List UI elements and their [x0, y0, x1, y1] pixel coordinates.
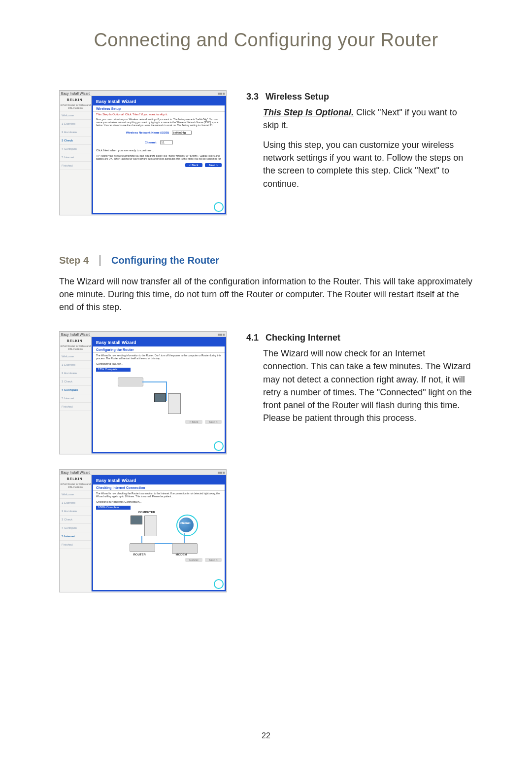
step4-body: The Wizard will now transfer all of the …	[59, 275, 473, 313]
progress-text: 100% Complete	[98, 506, 119, 509]
section-4-1: Easy Install Wizard BELKIN. 4-Port Route…	[59, 331, 473, 592]
status-text: Checking for Internet Connection...	[93, 499, 225, 505]
nav-examine: 1 Examine	[60, 120, 91, 128]
next-button[interactable]: Next >	[205, 558, 222, 562]
modem-icon	[172, 543, 198, 554]
next-button[interactable]: Next >	[205, 420, 222, 424]
window-title: Easy Install Wizard	[61, 92, 91, 95]
window-controls	[217, 333, 225, 336]
wizard-main: Easy Install Wizard Configuring the Rout…	[92, 337, 226, 453]
internet-label: Internet	[180, 521, 191, 524]
ssid-input[interactable]	[172, 131, 192, 135]
window-title: Easy Install Wizard	[61, 333, 91, 336]
nav-configure: 4 Configure	[60, 386, 91, 394]
progress-text: 17% Complete	[98, 368, 117, 371]
product-subtitle: 4-Port Router for Cable and DSL modems	[60, 345, 91, 352]
nav-finished: Finished	[60, 162, 91, 170]
wizard-header: Easy Install Wizard	[93, 477, 225, 484]
section-title: Checking Internet	[266, 333, 340, 343]
progress-bar: 100% Complete	[96, 506, 131, 510]
ssid-label: Wireless Network Name (SSID)	[126, 131, 169, 134]
section-body: Using this step, you can customize your …	[263, 138, 473, 190]
nav-internet: 5 Internet	[60, 394, 91, 403]
step4-header: Step 4 Configuring the Router	[59, 255, 473, 266]
nav-check: 3 Check	[60, 516, 91, 524]
section-3-3: Easy Install Wizard BELKIN. 4-Port Route…	[59, 90, 473, 215]
wizard-subtitle: Configuring the Router	[93, 346, 225, 353]
belkin-logo: BELKIN.	[60, 337, 91, 345]
nav-configure: 4 Configure	[60, 145, 91, 153]
optional-warning: This Step Is Optional! Click "Next" if y…	[93, 112, 225, 117]
back-button[interactable]: < Back	[185, 163, 202, 167]
router-pc-diagram	[115, 373, 203, 417]
section-number: 3.3	[246, 90, 263, 103]
wizard-sidebar: BELKIN. 4-Port Router for Cable and DSL …	[60, 475, 92, 591]
nav-finished: Finished	[60, 403, 91, 411]
pc-tower-icon	[144, 516, 157, 536]
wizard-subtitle: Checking Internet Connection	[93, 484, 225, 491]
window-controls	[217, 92, 225, 95]
next-button[interactable]: Next >	[205, 163, 222, 167]
page-title: Connecting and Configuring your Router	[59, 30, 473, 51]
wizard-header: Easy Install Wizard	[93, 98, 225, 105]
status-text: Configuring Router...	[93, 361, 225, 367]
nav-finished: Finished	[60, 541, 91, 549]
screenshot-configuring-router: Easy Install Wizard BELKIN. 4-Port Route…	[59, 331, 227, 454]
wizard-sidebar: BELKIN. 4-Port Router for Cable and DSL …	[60, 96, 92, 214]
nav-welcome: Welcome	[60, 490, 91, 499]
nav-check: 3 Check	[60, 137, 91, 145]
modem-label: MODEM	[176, 553, 187, 556]
nav-welcome: Welcome	[60, 352, 91, 361]
cancel-button[interactable]: Cancel	[185, 558, 202, 562]
wizard-sidebar: BELKIN. 4-Port Router for Cable and DSL …	[60, 337, 92, 453]
wizard-header: Easy Install Wizard	[93, 339, 225, 346]
step-title: Configuring the Router	[100, 255, 219, 266]
computer-label: COMPUTER	[138, 511, 155, 514]
highlight-circle-icon	[214, 441, 224, 451]
belkin-logo: BELKIN.	[60, 96, 91, 104]
wizard-description: Now, you can customize your Wireless net…	[93, 117, 225, 128]
wizard-subtitle: Wireless Setup	[93, 105, 225, 112]
section-number: 4.1	[246, 331, 263, 344]
highlight-circle-icon	[214, 579, 224, 589]
internet-globe-icon	[179, 518, 194, 532]
router-icon	[118, 378, 143, 386]
nav-welcome: Welcome	[60, 111, 91, 120]
nav-hardware: 2 Hardware	[60, 369, 91, 378]
step-label: Step 4	[59, 255, 100, 266]
nav-hardware: 2 Hardware	[60, 128, 91, 137]
window-controls	[217, 471, 225, 474]
router-icon	[130, 543, 155, 552]
section-title: Wireless Setup	[266, 92, 329, 102]
page-number: 22	[0, 731, 532, 740]
nav-internet: 5 Internet	[60, 153, 91, 162]
screenshot-wireless-setup: Easy Install Wizard BELKIN. 4-Port Route…	[59, 90, 227, 215]
channel-label: Channel:	[145, 141, 158, 144]
continue-note: Click Next when you are ready to continu…	[93, 147, 225, 153]
nav-examine: 1 Examine	[60, 499, 91, 507]
channel-select[interactable]	[160, 140, 173, 144]
product-subtitle: 4-Port Router for Cable and DSL modems	[60, 104, 91, 111]
pc-tower-icon	[168, 393, 181, 414]
network-diagram: COMPUTER Internet ROUTER MODEM	[110, 511, 208, 555]
back-button[interactable]: < Back	[185, 420, 202, 424]
nav-configure: 4 Configure	[60, 524, 91, 532]
monitor-icon	[154, 393, 166, 402]
belkin-logo: BELKIN.	[60, 475, 91, 483]
optional-emphasis: This Step Is Optional.	[263, 107, 354, 117]
nav-internet: 5 Internet	[60, 532, 91, 541]
progress-bar: 17% Complete	[96, 368, 131, 372]
screenshot-checking-internet: Easy Install Wizard BELKIN. 4-Port Route…	[59, 469, 227, 592]
tip-text: TIP: Name your network something you can…	[93, 153, 225, 161]
wizard-description: The Wizard is now sending information to…	[93, 353, 225, 361]
highlight-circle-icon	[214, 202, 224, 212]
router-label: ROUTER	[133, 553, 146, 556]
nav-check: 3 Check	[60, 378, 91, 386]
wizard-main: Easy Install Wizard Checking Internet Co…	[92, 475, 226, 591]
product-subtitle: 4-Port Router for Cable and DSL modems	[60, 483, 91, 490]
nav-hardware: 2 Hardware	[60, 507, 91, 516]
window-title: Easy Install Wizard	[61, 471, 91, 474]
nav-examine: 1 Examine	[60, 361, 91, 369]
monitor-icon	[131, 516, 142, 524]
wizard-main: Easy Install Wizard Wireless Setup This …	[92, 96, 226, 214]
